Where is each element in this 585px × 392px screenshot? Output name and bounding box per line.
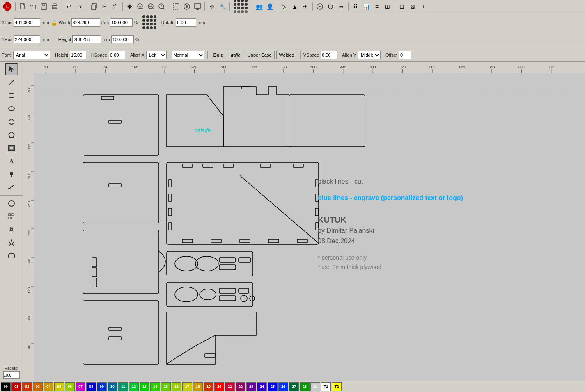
hexagon-tool[interactable] [5, 116, 18, 128]
color-swatch-06[interactable]: 06 [65, 382, 75, 391]
color-swatch-03[interactable]: 03 [33, 382, 43, 391]
distribute-icon[interactable]: ⊠ [408, 2, 418, 11]
color-swatch-14[interactable]: 14 [150, 382, 160, 391]
save-icon[interactable] [39, 2, 49, 11]
gear-tool[interactable] [5, 223, 18, 236]
move-icon[interactable]: ✥ [125, 2, 135, 11]
color-swatch-05[interactable]: 05 [54, 382, 64, 391]
cut-action-icon[interactable]: ✈ [301, 2, 310, 11]
canvas-area[interactable]: 40 80 120 160 200 240 [23, 62, 585, 381]
rectangle-tool[interactable] [5, 89, 18, 102]
flip-icon[interactable]: ⇔ [336, 2, 346, 11]
ellipse-tool[interactable] [5, 103, 18, 115]
ypos-input[interactable] [14, 35, 40, 43]
color-swatch-08[interactable]: 08 [86, 382, 96, 391]
tools-icon[interactable]: 🔧 [218, 2, 227, 11]
polygon-tool[interactable] [5, 129, 18, 141]
user-icon[interactable]: 👤 [265, 2, 275, 11]
radius-input[interactable] [3, 371, 20, 379]
screen-icon[interactable] [193, 2, 202, 11]
color-swatch-23[interactable]: 23 [246, 382, 256, 391]
color-swatch-26[interactable]: 26 [278, 382, 288, 391]
xpos-input[interactable] [14, 18, 40, 27]
new-icon[interactable] [18, 2, 28, 11]
color-swatch-28[interactable]: 28 [300, 382, 310, 391]
color-swatch-27[interactable]: 27 [289, 382, 299, 391]
color-swatch-13[interactable]: 13 [140, 382, 149, 391]
users-icon[interactable]: 👥 [254, 2, 264, 11]
normal-select[interactable]: Normal [172, 51, 204, 59]
weld-icon[interactable]: ⊞ [383, 2, 392, 11]
separator-icon[interactable]: ≡ [372, 2, 382, 11]
color-swatch-04[interactable]: 04 [44, 382, 53, 391]
text-tool[interactable]: A [5, 155, 18, 167]
color-swatch-29[interactable]: 29 [310, 382, 320, 391]
rounded-rect-tool[interactable] [5, 250, 18, 262]
font-select[interactable]: Arial [13, 51, 50, 59]
color-swatch-21[interactable]: 21 [225, 382, 235, 391]
send-icon[interactable]: ▷ [279, 2, 289, 11]
vspace-input[interactable] [321, 51, 337, 59]
color-swatch-16[interactable]: 16 [172, 382, 181, 391]
zoom-fit-icon[interactable]: A [157, 2, 167, 11]
print-icon[interactable] [50, 2, 60, 11]
open-icon[interactable] [28, 2, 38, 11]
color-swatch-11[interactable]: 11 [118, 382, 128, 391]
pct1-input[interactable] [110, 18, 133, 27]
drawing-canvas[interactable]: paladin [34, 73, 585, 381]
star-tool[interactable] [5, 237, 18, 249]
zoom-in-icon[interactable] [135, 2, 145, 11]
grid-array-tool[interactable] [5, 210, 18, 223]
color-swatch-10[interactable]: 10 [108, 382, 117, 391]
color-swatch-15[interactable]: 15 [161, 382, 171, 391]
align-icon[interactable]: ⊟ [397, 2, 407, 11]
uppercase-button[interactable]: Upper Case [245, 51, 275, 59]
circle2-icon[interactable] [315, 2, 325, 11]
color-swatch-25[interactable]: 25 [268, 382, 278, 391]
color-swatch-20[interactable]: 20 [214, 382, 224, 391]
delete-icon[interactable]: 🗑 [110, 2, 120, 11]
transform-icon[interactable]: ⬡ [326, 2, 335, 11]
color-swatch-02[interactable]: 02 [22, 382, 32, 391]
color-swatch-12[interactable]: 12 [129, 382, 139, 391]
font-height-input[interactable] [70, 51, 86, 59]
redo-icon[interactable]: ↪ [75, 2, 85, 11]
color-swatch-09[interactable]: 09 [97, 382, 107, 391]
color-swatch-T2[interactable]: T2 [332, 382, 342, 391]
aligny-select[interactable]: Middle [358, 51, 381, 59]
color-swatch-T1[interactable]: T1 [321, 382, 331, 391]
offset-input[interactable] [399, 51, 411, 59]
rotate-input[interactable] [176, 18, 196, 27]
undo-icon[interactable]: ↩ [64, 2, 74, 11]
pin-tool[interactable] [5, 168, 18, 180]
measure-tool[interactable] [5, 181, 18, 194]
italic-button[interactable]: Italic [228, 51, 243, 59]
color-swatch-22[interactable]: 22 [236, 382, 245, 391]
color-swatch-00[interactable]: 00 [1, 382, 11, 391]
engrave-icon[interactable]: ▲ [290, 2, 300, 11]
zoom-out-icon[interactable] [146, 2, 156, 11]
copy-icon[interactable] [89, 2, 99, 11]
color-swatch-19[interactable]: 19 [204, 382, 213, 391]
capture-icon[interactable] [182, 2, 192, 11]
plus-icon[interactable]: + [418, 2, 428, 11]
width-input[interactable] [71, 18, 100, 27]
settings-icon[interactable]: ⚙ [207, 2, 217, 11]
grid2-icon[interactable]: ⠿ [351, 2, 360, 11]
color-swatch-18[interactable]: 18 [193, 382, 203, 391]
pct2-input[interactable] [111, 35, 134, 43]
color-swatch-01[interactable]: 01 [11, 382, 21, 391]
circle-node-tool[interactable] [5, 197, 18, 210]
height-input[interactable] [72, 35, 101, 43]
pencil-tool[interactable] [5, 76, 18, 89]
alignx-select[interactable]: Left [146, 51, 167, 59]
select-tool[interactable] [5, 63, 18, 75]
chart-icon[interactable]: 📊 [361, 2, 371, 11]
frame-tool[interactable] [5, 142, 18, 154]
cut-icon[interactable]: ✂ [100, 2, 110, 11]
color-swatch-17[interactable]: 17 [182, 382, 192, 391]
hspace-input[interactable] [109, 51, 125, 59]
select-rect-icon[interactable] [171, 2, 181, 11]
welded-button[interactable]: Welded [276, 51, 297, 59]
color-swatch-07[interactable]: 07 [76, 382, 85, 391]
